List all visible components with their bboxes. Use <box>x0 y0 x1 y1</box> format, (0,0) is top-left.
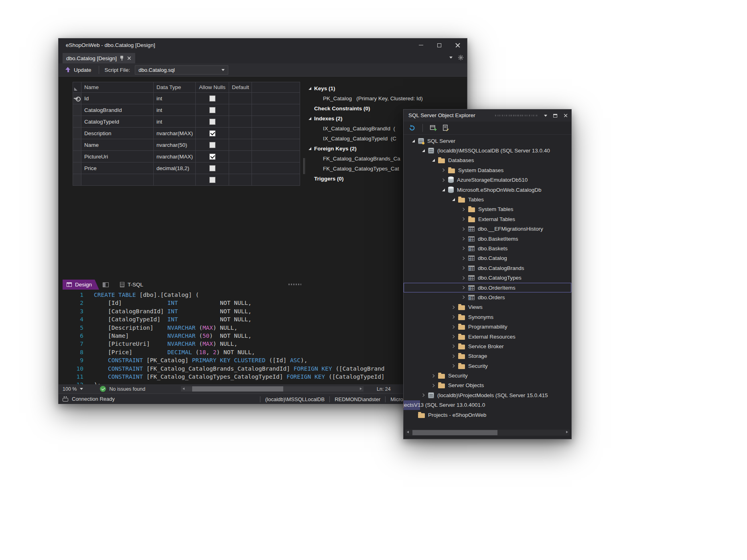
maximize-button[interactable] <box>430 39 449 52</box>
table-row[interactable]: CatalogTypeIdint <box>73 116 300 128</box>
tree-item[interactable]: Views <box>404 302 571 312</box>
expander-icon[interactable] <box>460 247 467 250</box>
tree-item[interactable]: dbo.Orders <box>404 292 571 302</box>
editor-horizontal-scrollbar[interactable] <box>181 386 363 392</box>
data-type-cell[interactable]: nvarchar(50) <box>154 139 196 151</box>
tree-item[interactable]: dbo.Baskets <box>404 243 571 253</box>
tree-item[interactable]: Synonyms <box>404 312 571 322</box>
row-selector[interactable] <box>73 151 81 162</box>
expander-icon[interactable] <box>460 286 467 289</box>
keys-panel-item[interactable]: Keys (1) <box>305 83 467 93</box>
column-name-cell[interactable]: Price <box>81 162 154 174</box>
column-name-cell[interactable]: Description <box>81 128 154 139</box>
allow-nulls-cell[interactable] <box>196 116 229 128</box>
tree-item[interactable]: Programmability <box>404 322 571 331</box>
data-type-cell[interactable]: nvarchar(MAX) <box>154 151 196 162</box>
expander-icon[interactable] <box>450 198 457 201</box>
window-position-icon[interactable] <box>553 114 557 118</box>
allow-nulls-cell[interactable] <box>196 104 229 116</box>
expander-icon[interactable] <box>430 384 436 387</box>
explorer-scrollbar-thumb[interactable] <box>412 430 497 435</box>
row-selector[interactable] <box>73 116 81 128</box>
header-name[interactable]: Name <box>81 82 154 93</box>
tree-item[interactable]: dbo.OrderItems <box>404 283 571 292</box>
default-cell[interactable] <box>229 128 252 139</box>
table-row[interactable]: Idint <box>73 93 300 104</box>
tree-item[interactable]: Security <box>404 371 571 380</box>
tree-item[interactable]: (localdb)\ProjectsV13 (SQL Server 13.0.4… <box>404 400 420 410</box>
column-name-cell[interactable]: Id <box>81 93 154 104</box>
expander-icon[interactable] <box>460 257 467 260</box>
tree-item[interactable]: Security <box>404 361 571 371</box>
tree-item[interactable]: (localdb)\MSSQLLocalDB (SQL Server 13.0.… <box>404 146 571 155</box>
data-type-cell[interactable]: int <box>154 104 196 116</box>
keys-panel-item[interactable]: PK_Catalog (Primary Key, Clustered: Id) <box>305 93 467 103</box>
allow-nulls-cell[interactable] <box>196 151 229 162</box>
default-cell[interactable] <box>229 151 252 162</box>
column-name-cell[interactable]: Name <box>81 139 154 151</box>
tab-close-icon[interactable] <box>128 57 131 60</box>
expander-icon[interactable] <box>410 140 416 142</box>
tree-item[interactable]: System Databases <box>404 165 571 175</box>
tree-item[interactable]: Storage <box>404 351 571 361</box>
expander-icon[interactable] <box>305 117 314 120</box>
close-button[interactable] <box>449 39 467 52</box>
table-row[interactable] <box>73 174 300 186</box>
expander-icon[interactable] <box>460 296 467 298</box>
expander-icon[interactable] <box>305 87 314 90</box>
explorer-close-icon[interactable] <box>564 114 568 118</box>
table-row[interactable]: Descriptionnvarchar(MAX) <box>73 128 300 139</box>
column-name-cell[interactable]: CatalogBrandId <box>81 104 154 116</box>
header-data-type[interactable]: Data Type <box>154 82 196 93</box>
scroll-right-icon[interactable] <box>360 388 362 390</box>
scroll-left-icon[interactable] <box>183 388 185 390</box>
allow-nulls-checkbox[interactable] <box>209 177 215 183</box>
tree-item[interactable]: dbo.BasketItems <box>404 234 571 243</box>
row-selector[interactable] <box>73 104 81 116</box>
add-sql-server-button[interactable] <box>429 123 438 133</box>
tree-item[interactable]: dbo.CatalogBrands <box>404 263 571 273</box>
tree-item[interactable]: Databases <box>404 156 571 165</box>
new-query-button[interactable] <box>441 123 450 133</box>
swap-panes-icon[interactable] <box>103 282 109 287</box>
pin-icon[interactable] <box>120 56 124 61</box>
scrollbar-thumb[interactable] <box>192 386 283 392</box>
allow-nulls-checkbox[interactable] <box>209 107 215 113</box>
data-type-cell[interactable]: nvarchar(MAX) <box>154 128 196 139</box>
tree-item[interactable]: dbo.__EFMigrationsHistory <box>404 224 571 234</box>
row-selector[interactable] <box>73 162 81 174</box>
vertical-splitter[interactable] <box>303 158 305 174</box>
allow-nulls-cell[interactable] <box>196 139 229 151</box>
allow-nulls-cell[interactable] <box>196 93 229 104</box>
row-selector[interactable] <box>73 128 81 139</box>
expander-icon[interactable] <box>420 149 426 152</box>
allow-nulls-cell[interactable] <box>196 162 229 174</box>
window-menu-chevron-icon[interactable] <box>544 115 547 117</box>
expander-icon[interactable] <box>460 237 467 240</box>
table-row[interactable]: Namenvarchar(50) <box>73 139 300 151</box>
tree-item[interactable]: dbo.CatalogTypes <box>404 273 571 282</box>
table-row[interactable]: CatalogBrandIdint <box>73 104 300 116</box>
column-name-cell[interactable]: PictureUri <box>81 151 154 162</box>
tree-item[interactable]: dbo.Catalog <box>404 254 571 263</box>
expander-icon[interactable] <box>460 267 467 269</box>
tree-item[interactable]: External Tables <box>404 214 571 224</box>
explorer-scroll-left-icon[interactable] <box>407 431 409 433</box>
expander-icon[interactable] <box>460 277 467 279</box>
expander-icon[interactable] <box>305 147 314 150</box>
expander-icon[interactable] <box>420 394 426 396</box>
row-selector[interactable] <box>73 174 81 186</box>
gear-icon[interactable] <box>458 55 464 61</box>
minimize-button[interactable] <box>412 39 430 52</box>
header-allow-nulls[interactable]: Allow Nulls <box>196 82 229 93</box>
expander-icon[interactable] <box>460 228 467 230</box>
tree-item[interactable]: Projects - eShopOnWeb <box>404 410 571 420</box>
issues-indicator[interactable]: No issues found <box>100 386 145 392</box>
column-name-cell[interactable]: CatalogTypeId <box>81 116 154 128</box>
data-type-cell[interactable]: decimal(18,2) <box>154 162 196 174</box>
data-type-cell[interactable]: int <box>154 116 196 128</box>
table-row[interactable]: PictureUrinvarchar(MAX) <box>73 151 300 162</box>
expander-icon[interactable] <box>440 169 447 171</box>
horizontal-splitter-grip[interactable] <box>288 284 301 285</box>
tree-item[interactable]: Service Broker <box>404 341 571 351</box>
